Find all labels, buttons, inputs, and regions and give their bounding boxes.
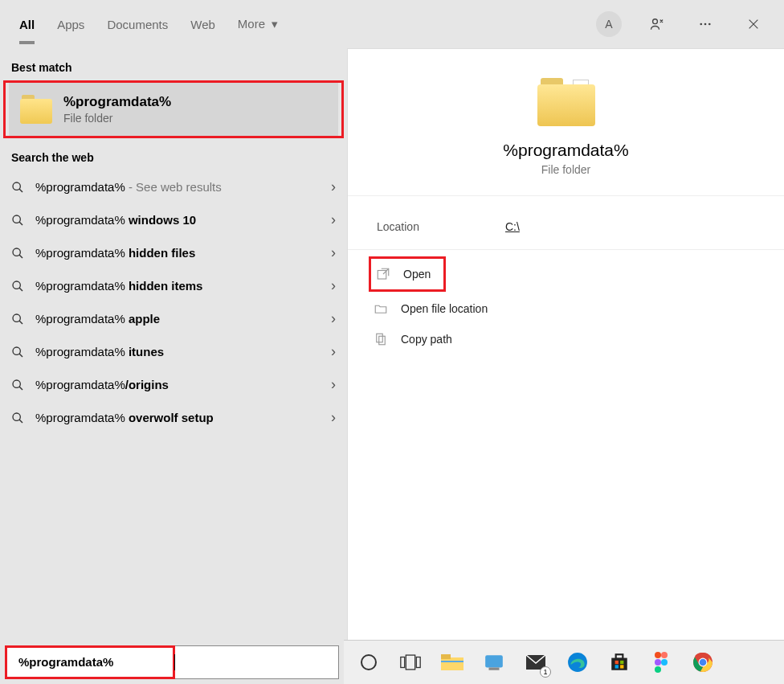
folder-icon-large [537,78,595,126]
search-icon [11,247,24,260]
chevron-right-icon[interactable]: › [331,244,336,261]
svg-rect-26 [611,658,627,670]
action-copy-path-label: Copy path [401,333,452,346]
tab-all[interactable]: All [8,13,46,36]
tab-apps[interactable]: Apps [46,13,96,36]
search-icon [11,181,24,194]
web-result-suffix: windows 10 [129,213,196,227]
best-match-type: File folder [63,112,171,125]
svg-point-9 [13,347,20,354]
web-result-suffix: /origins [125,378,169,391]
chevron-right-icon[interactable]: › [331,409,336,426]
svg-point-1 [700,23,702,26]
svg-rect-14 [379,336,386,345]
feedback-icon[interactable] [644,11,670,37]
web-result[interactable]: %programdata%/origins › [0,368,347,401]
action-open-location[interactable]: Open file location [348,293,784,324]
search-icon [11,346,24,358]
search-tab-bar: All Apps Documents Web More ▾ A [0,0,784,48]
chevron-right-icon[interactable]: › [331,277,336,294]
svg-rect-19 [416,657,420,668]
action-open-location-label: Open file location [401,302,488,315]
svg-point-6 [13,248,20,256]
web-result[interactable]: %programdata% apple › [0,302,347,335]
tab-documents[interactable]: Documents [96,13,179,36]
web-result-suffix: itunes [129,345,164,358]
detail-pane: %programdata% File folder Location C:\ O… [347,48,784,640]
svg-rect-29 [620,661,623,664]
task-view-icon[interactable] [397,649,424,676]
svg-point-3 [708,23,711,26]
web-result-prefix: %programdata% [35,279,129,293]
svg-rect-18 [406,655,414,670]
svg-rect-23 [485,655,503,667]
svg-rect-24 [489,668,500,670]
web-result-prefix: %programdata% [35,411,129,424]
web-result[interactable]: %programdata% - See web results › [0,170,347,203]
tab-more[interactable]: More ▾ [227,12,289,36]
action-open[interactable]: Open [369,256,446,292]
detail-actions: Open Open file location Copy path [348,249,784,359]
search-icon [11,313,24,326]
close-icon[interactable] [741,11,766,37]
detail-title: %programdata% [503,141,628,160]
app-icon-1[interactable] [480,649,508,676]
web-result[interactable]: %programdata% overwolf setup › [0,401,347,434]
search-icon [11,379,24,391]
web-result-hint: - See web results [125,180,222,194]
svg-point-11 [13,413,20,420]
svg-rect-17 [401,657,405,668]
svg-point-7 [13,281,20,289]
more-options-icon[interactable] [692,11,718,37]
file-explorer-icon[interactable] [439,649,466,676]
svg-point-39 [700,659,707,666]
detail-type: File folder [541,163,590,176]
search-web-header: Search the web [0,138,347,170]
chrome-icon[interactable] [689,649,717,676]
search-icon [11,280,24,293]
svg-point-2 [704,23,707,26]
search-input[interactable] [12,655,174,669]
edge-icon[interactable] [564,649,591,676]
svg-rect-30 [615,665,619,668]
svg-point-5 [13,215,20,223]
chevron-right-icon[interactable]: › [331,376,336,393]
web-result-suffix: apple [129,312,160,326]
action-copy-path[interactable]: Copy path [348,324,784,354]
open-icon [376,267,390,281]
copy-icon [374,332,388,346]
store-icon[interactable] [606,649,633,676]
chevron-right-icon[interactable]: › [331,211,336,228]
cortana-icon[interactable] [355,649,382,676]
tab-web[interactable]: Web [179,13,227,36]
web-result[interactable]: %programdata% windows 10 › [0,203,347,236]
svg-rect-31 [620,665,623,668]
search-results-pane: Best match %programdata% File folder Sea… [0,48,347,640]
action-open-label: Open [403,268,431,281]
web-result-prefix: %programdata% [35,246,129,260]
mail-badge: 1 [540,666,551,678]
web-result-suffix: overwolf setup [129,411,214,424]
svg-point-10 [13,380,20,387]
chevron-down-icon: ▾ [272,17,278,31]
web-result[interactable]: %programdata% hidden items › [0,269,347,302]
best-match-result[interactable]: %programdata% File folder [9,83,338,136]
folder-outline-icon [374,301,388,316]
web-result[interactable]: %programdata% itunes › [0,335,347,368]
folder-icon [20,95,52,124]
svg-point-35 [661,659,668,666]
location-link[interactable]: C:\ [505,220,520,233]
web-result[interactable]: %programdata% hidden files › [0,236,347,269]
chevron-right-icon[interactable]: › [331,343,336,360]
location-label: Location [377,220,505,233]
chevron-right-icon[interactable]: › [331,178,336,195]
figma-icon[interactable] [647,649,675,676]
mail-icon[interactable]: 1 [522,649,549,676]
web-result-prefix: %programdata% [35,378,125,391]
svg-point-8 [13,314,20,322]
user-avatar[interactable]: A [596,11,622,37]
taskbar: 1 [344,640,784,684]
chevron-right-icon[interactable]: › [331,310,336,327]
search-box[interactable] [5,645,339,679]
best-match-title: %programdata% [63,94,171,110]
